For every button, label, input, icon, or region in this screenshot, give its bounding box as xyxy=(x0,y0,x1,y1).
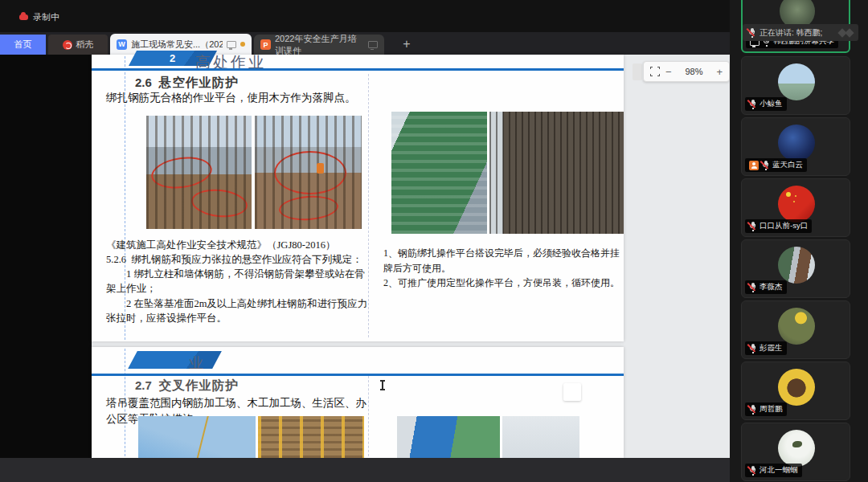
speaking-banner: 正在讲话: 韩西鹏; xyxy=(743,24,858,41)
participant-tile[interactable]: 小鲸鱼 xyxy=(741,56,850,115)
tab-share-monitor-icon xyxy=(368,41,378,48)
tab-docer[interactable]: 稻壳 xyxy=(48,35,108,55)
tab-docer-label: 稻壳 xyxy=(76,39,94,51)
tab-share-monitor-icon xyxy=(227,41,236,48)
section-number: 2.7 xyxy=(135,378,152,392)
participant-name-chip: 河北一蝈蝈 xyxy=(745,464,802,477)
document-page-2: 业 2.7 交叉作业防护 塔吊覆盖范围内钢筋加工场、木工加工场、生活区、办公区等… xyxy=(92,347,624,458)
tab-presentation-label: 2022年安全生产月培训课件 xyxy=(275,33,364,57)
speaking-banner-text: 正在讲话: 韩西鹏; xyxy=(760,27,835,39)
text-cursor xyxy=(382,380,383,390)
collapse-chevron-icon[interactable] xyxy=(845,28,854,37)
mic-muted-icon xyxy=(749,466,756,475)
zoom-level[interactable]: 98% xyxy=(678,67,711,76)
participant-tile[interactable]: 周哲鹏 xyxy=(741,362,850,420)
mic-muted-icon xyxy=(749,222,756,231)
participant-name-chip: 彭霞生 xyxy=(745,341,787,355)
participant-name: 彭霞生 xyxy=(760,343,783,353)
annotation-ellipse xyxy=(274,151,346,194)
docer-icon xyxy=(63,40,72,50)
participant-name: 蓝天白云 xyxy=(772,160,803,170)
regulation-line: 1 绑扎立柱和墙体钢筋，不得沿钢筋骨架攀登或站在骨架上作业； xyxy=(106,267,373,296)
note-line: 2、可推广使用定型化操作平台，方便吊装，循环使用。 xyxy=(383,276,623,291)
recording-indicator: 录制中 xyxy=(19,11,59,23)
tab-home[interactable]: 首页 xyxy=(0,35,46,55)
regulation-block: 《建筑施工高处作业安全技术规范》（JGJ80-2016） 5.2.6 绑扎钢筋和… xyxy=(106,238,373,325)
section-title: 交叉作业防护 xyxy=(159,378,239,394)
annotation-ellipse xyxy=(149,153,215,192)
participant-tile[interactable]: 蓝天白云 xyxy=(741,117,850,176)
mic-muted-icon xyxy=(749,100,756,108)
chapter-rule xyxy=(92,374,624,376)
mic-muted-icon xyxy=(749,405,756,414)
avatar xyxy=(778,369,815,406)
chapter-banner xyxy=(128,351,222,369)
participant-tile[interactable]: 李薇杰 xyxy=(741,239,850,298)
photo-sky-crane xyxy=(138,416,256,458)
photo-rebar-worker-right xyxy=(255,116,362,229)
participant-name: 小鲸鱼 xyxy=(760,99,783,109)
section-number: 2.6 xyxy=(135,76,152,89)
photo-pale-sky xyxy=(502,416,579,458)
participant-tile[interactable]: 河北一蝈蝈 xyxy=(741,423,850,481)
wps-presentation-icon: P xyxy=(260,39,271,50)
participant-tile[interactable]: 彭霞生 xyxy=(741,300,850,359)
tab-presentation[interactable]: P 2022年安全生产月培训课件 xyxy=(254,35,384,55)
photo-scaffold-building xyxy=(391,112,487,234)
document-page-1: 2 高处作业 2.6 悬空作业防护 绑扎钢筋无合格的作业平台，使用木方作为落脚点… xyxy=(92,55,624,341)
unsaved-dot-icon xyxy=(240,42,245,47)
host-badge-icon xyxy=(749,161,759,170)
participant-name-chip: 周哲鹏 xyxy=(745,402,787,416)
avatar xyxy=(778,430,815,467)
recording-label: 录制中 xyxy=(33,11,59,23)
meeting-window: 录制中 首页 稻壳 W 施工现场常见安...（2022版） P 2022年安全生… xyxy=(0,0,868,482)
meeting-bottom-bar: 韩西鹏的屏幕共享 xyxy=(0,458,730,482)
wps-writer-icon: W xyxy=(117,39,127,50)
zoom-toolbar: − 98% + xyxy=(643,61,730,82)
section-heading: 2.6 悬空作业防护 xyxy=(135,75,239,92)
mic-muted-icon xyxy=(749,283,756,292)
desktop-top-bar: 录制中 xyxy=(0,0,730,32)
regulation-title: 《建筑施工高处作业安全技术规范》（JGJ80-2016） xyxy=(106,238,373,252)
photo-rebar-workers-left xyxy=(146,116,252,229)
annotation-ellipse xyxy=(278,194,339,222)
note-line: 1、钢筋绑扎操作平台搭设完毕后，必须经验收合格并挂牌后方可使用。 xyxy=(383,246,623,276)
mic-muted-icon xyxy=(749,344,756,353)
participant-name: 李薇杰 xyxy=(760,282,783,292)
participant-name-chip: 口口从前-sy口 xyxy=(745,219,812,233)
tab-home-label: 首页 xyxy=(14,39,32,51)
zoom-out-button[interactable]: − xyxy=(665,67,672,77)
avatar xyxy=(778,63,815,100)
photo-container-building xyxy=(397,416,500,458)
avatar xyxy=(778,308,815,345)
section-heading: 2.7 交叉作业防护 xyxy=(135,378,239,394)
participant-name-chip: 蓝天白云 xyxy=(745,158,807,172)
fit-selection-icon[interactable] xyxy=(650,67,660,76)
participant-tile[interactable]: 口口从前-sy口 xyxy=(741,178,850,237)
avatar xyxy=(778,186,815,223)
desktop-background xyxy=(0,55,92,458)
section-title: 悬空作业防护 xyxy=(159,75,239,92)
chapter-rule xyxy=(92,68,624,71)
photo-timber-yard xyxy=(258,416,364,458)
participant-name-chip: 李薇杰 xyxy=(745,280,787,294)
regulation-line: 5.2.6 绑扎钢筋和预应力张拉的悬空作业应符合下列规定： xyxy=(106,252,373,267)
zoom-in-button[interactable]: + xyxy=(716,67,723,77)
participant-name: 口口从前-sy口 xyxy=(760,221,808,231)
recording-icon xyxy=(19,14,28,20)
chapter-title-partial: 业 xyxy=(189,353,206,373)
mic-muted-icon xyxy=(748,28,755,37)
section-intro: 绑扎钢筋无合格的作业平台，使用木方作为落脚点。 xyxy=(106,90,363,106)
photo-rebar-cage xyxy=(489,112,624,234)
regulation-line: 2 在坠落基准面2m及以上高处绑扎柱钢筋和进行预应力张拉时，应搭设操作平台。 xyxy=(106,296,373,325)
mic-muted-icon xyxy=(762,161,769,170)
annotation-ellipse xyxy=(190,186,248,219)
zoom-toolbar-handle[interactable] xyxy=(633,63,642,80)
participant-name-chip: 小鲸鱼 xyxy=(745,97,787,111)
floating-box xyxy=(563,383,581,401)
wps-tab-bar: 首页 稻壳 W 施工现场常见安...（2022版） P 2022年安全生产月培训… xyxy=(0,32,730,55)
avatar xyxy=(778,125,815,161)
chapter-number: 2 xyxy=(170,52,175,64)
participant-name: 周哲鹏 xyxy=(760,404,783,415)
new-tab-button[interactable]: + xyxy=(398,35,416,53)
